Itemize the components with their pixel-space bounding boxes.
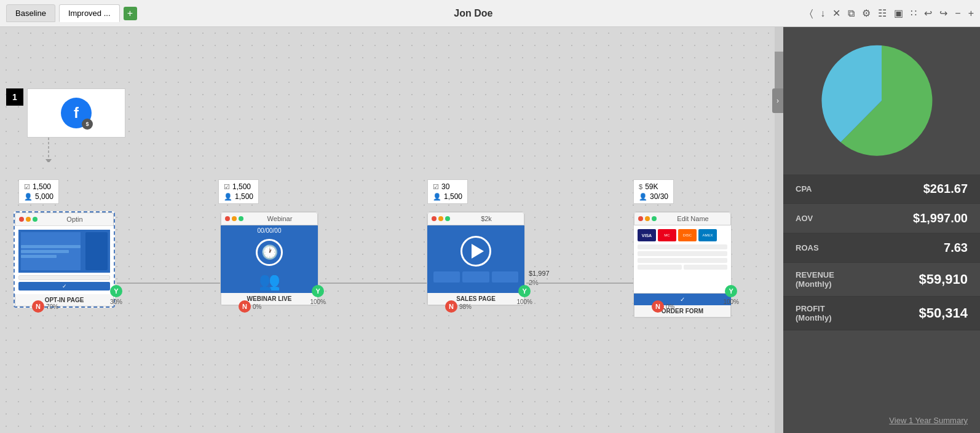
order-title: Edit Name [659, 215, 727, 222]
toolbar: Baseline Improved ... + Jon Doe 〈 ↓ ✕ ⧉ … [0, 0, 980, 27]
undo-icon[interactable]: ↩ [924, 7, 932, 19]
redo-icon[interactable]: ↪ [939, 7, 947, 19]
sales-y-bubble: Y [518, 285, 531, 297]
toolbar-icons: 〈 ↓ ✕ ⧉ ⚙ ☷ ▣ ∷ ↩ ↪ − + [810, 7, 974, 19]
arrow-webinar-sales [320, 280, 435, 286]
webinar-n-bubble: N [239, 300, 251, 313]
webinar-label: WEBINAR LIVE [221, 293, 318, 305]
metric-revenue-value: $59,910 [919, 271, 968, 287]
settings-icon[interactable]: ⚙ [862, 7, 871, 19]
sales-n-bubble: N [445, 300, 457, 313]
download-icon[interactable]: ↓ [820, 8, 825, 19]
sales-price-tag: $1,997 [529, 270, 550, 277]
fb-badge: $ [82, 119, 93, 130]
pie-chart-area: › [783, 27, 980, 174]
source-icon-box[interactable]: f $ [27, 88, 125, 138]
table-icon[interactable]: ☷ [878, 7, 887, 19]
metric-aov: AOV $1,997.00 [783, 204, 980, 233]
grid-icon[interactable]: ∷ [911, 7, 917, 19]
order-stats-box: $59K 👤30/30 [633, 179, 674, 204]
metric-revenue-label: REVENUE (Monthly) [796, 270, 834, 289]
metric-cpa-value: $261.67 [923, 182, 968, 196]
metric-roas-label: ROAS [796, 243, 819, 252]
zoom-out-icon[interactable]: − [955, 8, 960, 19]
metrics-area: CPA $261.67 AOV $1,997.00 ROAS 7.63 REVE… [783, 174, 980, 407]
metric-roas-value: 7.63 [944, 241, 968, 255]
canvas-area[interactable]: 1 f $ ☑1,500 👤5,000 [0, 27, 783, 433]
main-layout: 1 f $ ☑1,500 👤5,000 [0, 27, 980, 433]
facebook-icon: f $ [61, 98, 92, 128]
metric-profit: PROFIT (Monthly) $50,314 [783, 297, 980, 330]
funnel-step-order[interactable]: Edit Name VISA MC DISC AMEX [633, 211, 732, 318]
metric-roas: ROAS 7.63 [783, 233, 980, 263]
metric-profit-label: PROFIT (Monthly) [796, 304, 831, 322]
layout-icon[interactable]: ▣ [894, 7, 903, 19]
funnel-container: 1 f $ ☑1,500 👤5,000 [0, 27, 783, 433]
tab-improved[interactable]: Improved ... [59, 4, 120, 22]
optin-n-bubble: N [32, 300, 44, 313]
tab-baseline[interactable]: Baseline [6, 4, 55, 22]
sales-stats-box: ☑30 👤1,500 [427, 179, 468, 204]
funnel-step-sales[interactable]: $2k SALES PAGE [427, 211, 525, 306]
order-n-bubble: N [652, 300, 664, 313]
webinar-title: Webinar [246, 215, 314, 222]
sales-label: SALES PAGE [427, 293, 524, 305]
funnel-step-webinar[interactable]: Webinar 00/00/00 🕐 👥 WEBINAR LIVE Y 100% [220, 211, 318, 306]
pie-chart [820, 39, 943, 162]
metric-aov-value: $1,997.00 [913, 211, 968, 225]
svg-marker-1 [45, 159, 52, 162]
order-y-bubble: Y [725, 285, 737, 297]
view-summary-area: View 1 Year Summary [783, 407, 980, 433]
optin-y-bubble: Y [110, 285, 122, 297]
right-panel: › CPA $261.67 AOV $1,997.00 ROAS 7.63 RE… [783, 27, 980, 433]
zoom-in-icon[interactable]: + [968, 8, 974, 19]
sales-title: $2k [452, 215, 520, 222]
metric-cpa-label: CPA [796, 184, 812, 193]
funnel-step-optin[interactable]: Optin [14, 211, 115, 308]
add-tab-button[interactable]: + [124, 7, 137, 20]
page-title: Jon Doe [141, 8, 807, 19]
view-summary-link[interactable]: View 1 Year Summary [889, 416, 968, 425]
optin-stats-box: ☑1,500 👤5,000 [18, 179, 59, 204]
close-icon[interactable]: ✕ [832, 7, 840, 19]
arrow-sales-order [526, 280, 642, 286]
order-label: ORDER FORM [634, 305, 731, 318]
webinar-y-bubble: Y [312, 285, 324, 297]
panel-collapse-button[interactable]: › [772, 88, 783, 113]
copy-icon[interactable]: ⧉ [848, 8, 855, 19]
arrow-optin-webinar [117, 280, 232, 286]
source-number: 1 [6, 88, 23, 106]
metric-aov-label: AOV [796, 214, 813, 223]
webinar-stats-box: ☑1,500 👤1,500 [218, 179, 259, 204]
webinar-date: 00/00/00 [258, 227, 282, 234]
metric-profit-value: $50,314 [919, 305, 968, 321]
share-icon[interactable]: 〈 [810, 8, 813, 19]
metric-revenue: REVENUE (Monthly) $59,910 [783, 263, 980, 297]
optin-title: Optin [40, 216, 109, 223]
optin-label: OPT-IN PAGE [15, 294, 114, 306]
metric-cpa: CPA $261.67 [783, 174, 980, 204]
